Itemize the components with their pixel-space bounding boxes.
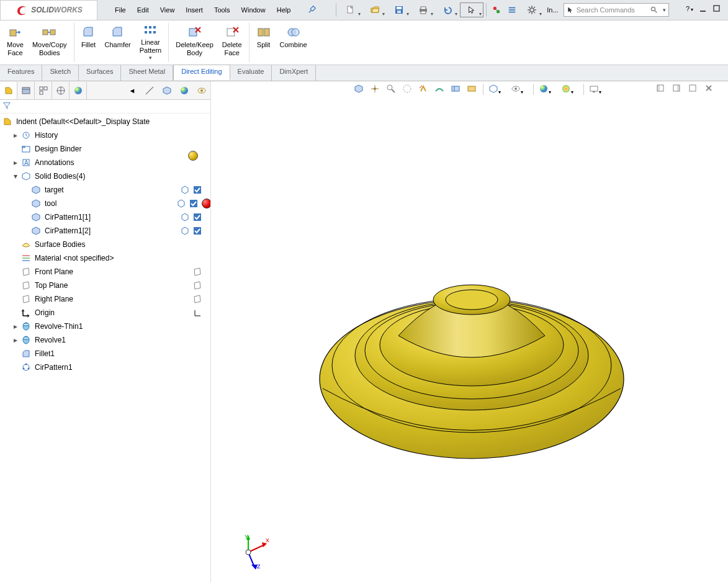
tab-direct-editing[interactable]: Direct Editing bbox=[173, 65, 230, 80]
tree-front-plane[interactable]: Front Plane bbox=[0, 265, 210, 279]
open-button[interactable]: ▾ bbox=[363, 2, 387, 17]
view-settings-button[interactable]: ▾ bbox=[488, 84, 506, 95]
hide-show-button[interactable] bbox=[451, 84, 462, 95]
tree-history[interactable]: ▸History bbox=[0, 128, 210, 142]
apply-scene-button[interactable]: ▾ bbox=[539, 84, 556, 95]
qat-label-in[interactable]: In... bbox=[544, 6, 560, 14]
tree-body-cir2[interactable]: CirPattern1[2] bbox=[0, 224, 210, 238]
orientation-triad[interactable]: Y X Z bbox=[236, 534, 273, 571]
graphics-viewport[interactable]: ▾ ▾ ▾ ▾ ▾ bbox=[211, 81, 728, 582]
menu-edit[interactable]: Edit bbox=[132, 4, 154, 16]
panel-box-button[interactable] bbox=[158, 82, 176, 99]
command-tab-bar: Features Sketch Surfaces Sheet Metal Dir… bbox=[0, 65, 728, 81]
property-manager-tab[interactable] bbox=[17, 82, 35, 99]
save-button[interactable]: ▾ bbox=[387, 2, 411, 17]
menu-window[interactable]: Window bbox=[236, 4, 271, 16]
menu-view[interactable]: View bbox=[155, 4, 180, 16]
undo-button[interactable]: ▾ bbox=[436, 2, 459, 17]
svg-point-58 bbox=[200, 89, 203, 92]
tree-surface-bodies[interactable]: Surface Bodies bbox=[0, 238, 210, 251]
feature-tree-tab[interactable] bbox=[0, 82, 17, 99]
edit-appearance-button[interactable] bbox=[467, 84, 478, 95]
tree-body-cir1[interactable]: CirPattern1[1] bbox=[0, 210, 210, 224]
view-orient-button[interactable] bbox=[418, 84, 429, 95]
tree-root-part[interactable]: Indent (Default<<Default>_Display State bbox=[0, 115, 210, 128]
panel-next-button[interactable] bbox=[141, 82, 158, 99]
maximize-button[interactable] bbox=[713, 5, 723, 15]
filter-row[interactable] bbox=[0, 100, 210, 114]
tab-features[interactable]: Features bbox=[0, 65, 42, 81]
tab-surfaces[interactable]: Surfaces bbox=[79, 65, 121, 81]
settings-list-button[interactable] bbox=[505, 2, 519, 17]
menu-insert[interactable]: Insert bbox=[181, 4, 208, 16]
delete-keep-body-button[interactable]: Delete/Keep Body bbox=[171, 22, 218, 63]
tree-design-binder[interactable]: Design Binder bbox=[0, 142, 210, 156]
svg-rect-95 bbox=[468, 86, 475, 91]
svg-point-123 bbox=[246, 550, 251, 555]
help-button[interactable]: ? ▾ bbox=[686, 5, 696, 15]
tab-sheet-metal[interactable]: Sheet Metal bbox=[121, 65, 173, 81]
viewport-right-button[interactable] bbox=[672, 84, 683, 95]
search-box[interactable]: Search Commands ▾ bbox=[564, 3, 669, 17]
combine-button[interactable]: Combine bbox=[276, 22, 312, 63]
panel-eye-button[interactable] bbox=[193, 82, 210, 99]
panel-back-button[interactable]: ◄ bbox=[124, 82, 141, 99]
tree-revolve-thin[interactable]: ▸Revolve-Thin1 bbox=[0, 320, 210, 333]
tab-sketch[interactable]: Sketch bbox=[42, 65, 79, 81]
print-button[interactable]: ▾ bbox=[411, 2, 435, 17]
section-view-button[interactable] bbox=[402, 84, 413, 95]
svg-marker-55 bbox=[163, 87, 171, 94]
display-style-button[interactable] bbox=[434, 84, 446, 95]
rebuild-button[interactable] bbox=[489, 2, 504, 17]
viewport-close-button[interactable] bbox=[704, 84, 716, 95]
tree-material[interactable]: Material <not specified> bbox=[0, 251, 210, 265]
chamfer-button[interactable]: Chamfer bbox=[101, 22, 135, 63]
config-manager-tab[interactable] bbox=[35, 82, 52, 99]
menu-tools[interactable]: Tools bbox=[209, 4, 235, 16]
tree-body-target[interactable]: target bbox=[0, 183, 210, 197]
apply-appearance-button[interactable]: ▾ bbox=[561, 84, 578, 95]
tree-annotations[interactable]: ▸AAnnotations bbox=[0, 156, 210, 169]
tree-origin[interactable]: Origin bbox=[0, 306, 210, 320]
viewport-max-button[interactable] bbox=[688, 84, 699, 95]
tree-revolve1[interactable]: ▸Revolve1 bbox=[0, 333, 210, 347]
check-icon[interactable] bbox=[193, 186, 202, 194]
select-button[interactable]: ▾ bbox=[460, 2, 483, 17]
pin-icon[interactable] bbox=[303, 2, 321, 17]
svg-rect-31 bbox=[153, 26, 156, 29]
tree-body-tool[interactable]: tool bbox=[0, 197, 210, 210]
check-icon[interactable] bbox=[193, 226, 202, 235]
new-document-button[interactable]: ▾ bbox=[339, 2, 362, 17]
feature-tree[interactable]: Indent (Default<<Default>_Display State … bbox=[0, 114, 210, 375]
menu-help[interactable]: Help bbox=[272, 4, 296, 16]
zoom-area-button[interactable] bbox=[370, 84, 381, 95]
minimize-button[interactable] bbox=[699, 5, 709, 15]
folder-icon bbox=[21, 144, 31, 154]
options-button[interactable]: ▾ bbox=[520, 2, 544, 17]
search-dropdown-caret[interactable]: ▾ bbox=[663, 7, 666, 13]
delete-face-button[interactable]: Delete Face bbox=[218, 22, 246, 63]
split-button[interactable]: Split bbox=[252, 22, 276, 63]
move-copy-bodies-button[interactable]: Move/Copy Bodies bbox=[28, 22, 71, 63]
check-icon[interactable] bbox=[193, 213, 202, 222]
linear-pattern-button[interactable]: Linear Pattern ▾ bbox=[135, 22, 166, 63]
menu-file[interactable]: File bbox=[110, 4, 131, 16]
fillet-button[interactable]: Fillet bbox=[77, 22, 101, 63]
render-tools-button[interactable]: ▾ bbox=[589, 84, 606, 95]
panel-color-button[interactable] bbox=[176, 82, 193, 99]
tree-cirpattern1[interactable]: CirPattern1 bbox=[0, 360, 210, 374]
dim-manager-tab[interactable] bbox=[52, 82, 70, 99]
hide-types-button[interactable]: ▾ bbox=[511, 84, 528, 95]
viewport-left-button[interactable] bbox=[656, 84, 667, 95]
tree-solid-bodies[interactable]: ▾Solid Bodies(4) bbox=[0, 169, 210, 183]
tree-right-plane[interactable]: Right Plane bbox=[0, 292, 210, 306]
tab-dimxpert[interactable]: DimXpert bbox=[272, 65, 316, 81]
tab-evaluate[interactable]: Evaluate bbox=[230, 65, 272, 81]
check-icon[interactable] bbox=[189, 199, 198, 208]
tree-fillet1[interactable]: Fillet1 bbox=[0, 347, 210, 360]
display-manager-tab[interactable] bbox=[70, 82, 87, 99]
prev-view-button[interactable] bbox=[386, 84, 397, 95]
zoom-fit-button[interactable] bbox=[354, 84, 365, 95]
tree-top-plane[interactable]: Top Plane bbox=[0, 279, 210, 292]
move-face-button[interactable]: Move Face bbox=[2, 22, 28, 63]
